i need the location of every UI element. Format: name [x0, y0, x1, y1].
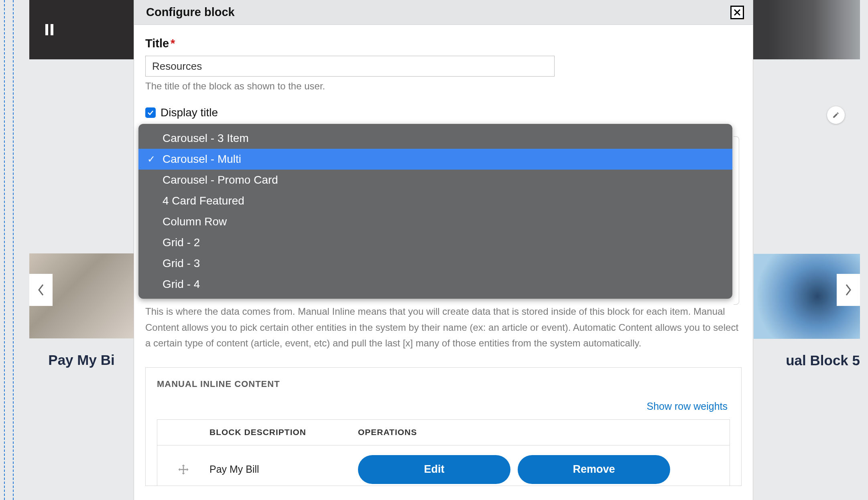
close-button[interactable]	[730, 6, 744, 19]
remove-button[interactable]: Remove	[518, 455, 670, 484]
dropdown-option[interactable]: Grid - 4	[138, 274, 732, 295]
fieldset-legend: MANUAL INLINE CONTENT	[157, 379, 730, 389]
pencil-icon	[832, 111, 840, 119]
table-row: Pay My Bill Edit Remove	[157, 445, 730, 486]
hero-dark-right	[745, 0, 860, 59]
dropdown-option[interactable]: Carousel - 3 Item	[138, 128, 732, 149]
title-input[interactable]	[145, 56, 555, 77]
row-description: Pay My Bill	[209, 464, 358, 475]
dropdown-option[interactable]: Column Row	[138, 211, 732, 232]
data-source-help-text: This is where the data comes from. Manua…	[145, 304, 742, 351]
dropdown-option[interactable]: 4 Card Featured	[138, 190, 732, 211]
manual-inline-content-fieldset: MANUAL INLINE CONTENT Show row weights B…	[145, 367, 742, 486]
display-title-checkbox[interactable]	[145, 107, 156, 118]
show-row-weights-link[interactable]: Show row weights	[647, 401, 728, 412]
title-label: Title	[145, 37, 169, 50]
carousel-next-button[interactable]	[837, 274, 860, 306]
modal-title: Configure block	[146, 6, 235, 19]
pause-icon[interactable]	[45, 24, 55, 35]
bg-card-block-5: ual Block 5	[754, 254, 860, 368]
dropdown-option[interactable]: Carousel - Multi	[138, 149, 732, 170]
bg-card-pay-my-bill: Pay My Bi	[29, 253, 134, 368]
dropdown-option[interactable]: Grid - 2	[138, 232, 732, 253]
edit-section-button[interactable]	[827, 106, 845, 124]
drag-handle[interactable]	[157, 464, 209, 476]
close-icon	[733, 8, 741, 16]
hero-dark-left	[29, 0, 134, 59]
card-title: Pay My Bi	[29, 352, 134, 368]
table-header: BLOCK DESCRIPTION OPERATIONS	[157, 420, 730, 445]
title-help-text: The title of the block as shown to the u…	[145, 81, 742, 92]
layout-select-dropdown: Carousel - 3 Item Carousel - Multi Carou…	[138, 124, 732, 299]
chevron-left-icon	[37, 284, 45, 296]
layout-guide	[4, 0, 14, 500]
carousel-prev-button[interactable]	[29, 274, 53, 306]
display-title-label: Display title	[161, 106, 218, 119]
check-icon	[147, 109, 154, 116]
required-indicator: *	[171, 37, 175, 50]
drag-icon	[177, 464, 189, 476]
card-title: ual Block 5	[754, 352, 860, 368]
col-operations: OPERATIONS	[358, 427, 730, 437]
select-edge	[734, 136, 739, 305]
dropdown-option[interactable]: Grid - 3	[138, 253, 732, 274]
col-block-description: BLOCK DESCRIPTION	[209, 427, 358, 437]
edit-button[interactable]: Edit	[358, 455, 510, 484]
chevron-right-icon	[845, 284, 852, 296]
dropdown-option[interactable]: Carousel - Promo Card	[138, 170, 732, 190]
modal-header: Configure block	[134, 0, 753, 25]
content-table: BLOCK DESCRIPTION OPERATIONS Pay My Bill…	[157, 419, 730, 486]
svg-rect-1	[180, 469, 187, 470]
